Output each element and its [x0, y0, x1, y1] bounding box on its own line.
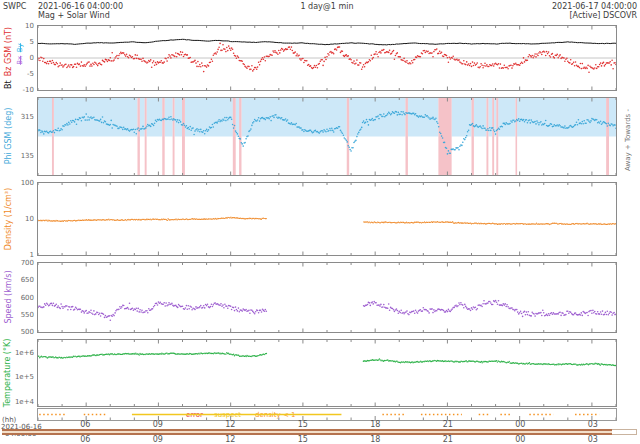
end-datetime: 2021-06-17 04:00:00 — [497, 2, 637, 11]
x-tick-label: 09 — [153, 420, 163, 429]
flag-strip-canvas — [38, 409, 616, 420]
x-tick-label: 09 — [153, 435, 163, 444]
y-tick-label: 650 — [3, 276, 34, 284]
resolution-label: 1 day@1 min — [262, 2, 392, 11]
y-tick-label: 1e+6 — [3, 349, 34, 357]
y-tick-label: 500 — [3, 328, 34, 336]
x-tick-label: 12 — [225, 435, 235, 444]
x-tick-label: 06 — [80, 435, 90, 444]
time-scrollbar-thumb[interactable] — [2, 429, 612, 435]
x-tick-label: 21 — [443, 420, 453, 429]
panel-speed[interactable] — [37, 262, 617, 333]
panel-bt-bz[interactable] — [37, 25, 617, 91]
y-tick-label: 135 — [3, 152, 34, 160]
panel-phi-gsm[interactable] — [37, 97, 617, 176]
plot-canvas-phi[interactable] — [38, 98, 616, 175]
y-tick-label: 600 — [3, 294, 34, 302]
y-tick-label: 1e+4 — [3, 398, 34, 406]
x-tick-label: 03 — [588, 420, 598, 429]
start-datetime: 2021-06-16 04:00:00 — [38, 2, 123, 11]
plot-canvas-bt_bz[interactable] — [38, 26, 616, 90]
plot-canvas-temperature[interactable] — [38, 340, 616, 406]
x-tick-label: 15 — [298, 420, 308, 429]
app-name: SWPC — [3, 2, 26, 11]
x-tick-label: 00 — [515, 435, 525, 444]
y-tick-label: 5 — [3, 38, 34, 46]
y-tick-label: 10 — [3, 215, 34, 223]
y-tick-label: -5 — [3, 70, 34, 78]
y-tick-label: 700 — [3, 259, 34, 267]
plot-canvas-speed[interactable] — [38, 263, 616, 332]
y-tick-label: 100 — [3, 179, 34, 187]
sector-direction-label: Away + Towards - — [624, 109, 632, 171]
x-tick-label: 06 — [80, 420, 90, 429]
panel-temperature[interactable] — [37, 339, 617, 407]
y-tick-label: 1 — [3, 251, 34, 259]
plot-subtitle: Mag + Solar Wind — [38, 11, 110, 20]
y-tick-label: 550 — [3, 311, 34, 319]
plot-canvas-density[interactable] — [38, 183, 616, 255]
status-label: [Active] DSCOVR — [497, 11, 637, 20]
flag-strip: error suspect density < 1 — [37, 408, 617, 421]
x-tick-label: 12 — [225, 420, 235, 429]
x-tick-label: 18 — [370, 420, 380, 429]
swpc-solar-wind-display: SWPC 2021-06-16 04:00:00 Mag + Solar Win… — [0, 0, 640, 444]
y-tick-label: 1e+5 — [3, 373, 34, 381]
x-tick-label: 18 — [370, 435, 380, 444]
y-tick-label: 10 — [3, 22, 34, 30]
x-tick-label: 21 — [443, 435, 453, 444]
y-tick-label: 315 — [3, 113, 34, 121]
x-tick-label: 03 — [588, 435, 598, 444]
bz-label: Bz GSM (nT) — [4, 27, 13, 76]
y-tick-label: 0 — [3, 54, 34, 62]
y-tick-label: -10 — [3, 86, 34, 94]
panel-density[interactable] — [37, 182, 617, 256]
x-tick-label: 00 — [515, 420, 525, 429]
x-tick-label: 15 — [298, 435, 308, 444]
